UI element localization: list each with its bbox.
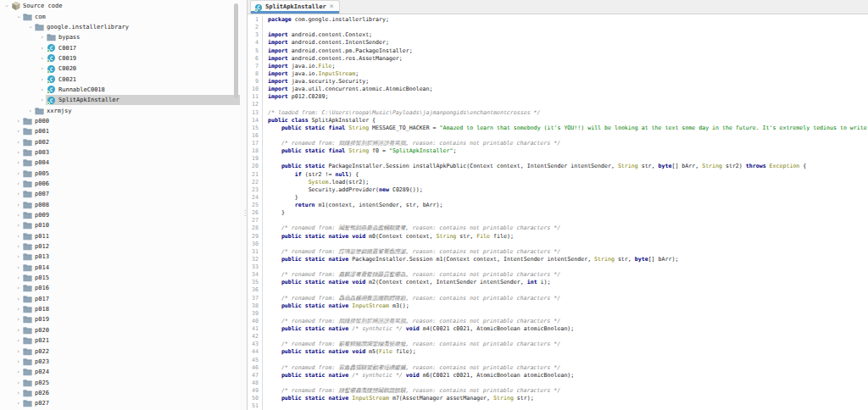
line-number: 38	[248, 302, 263, 310]
chevron-right-icon[interactable]: ›	[38, 64, 46, 74]
chevron-right-icon[interactable]: ›	[14, 388, 22, 398]
chevron-right-icon[interactable]: ›	[14, 137, 22, 147]
chevron-right-icon[interactable]: ›	[38, 85, 46, 95]
tree-item-p012[interactable]: ›p012	[0, 241, 240, 252]
tree-item-bypass[interactable]: ›bypass	[0, 32, 240, 42]
close-icon[interactable]: ×	[330, 3, 334, 12]
chevron-right-icon[interactable]: ›	[14, 357, 22, 367]
chevron-right-icon[interactable]: ›	[14, 346, 22, 357]
tree-item-source-code[interactable]: ›Source code	[0, 1, 240, 11]
tree-item-p001[interactable]: ›p001	[0, 126, 240, 136]
tree-item-label: p014	[35, 264, 49, 271]
tree-item-p004[interactable]: ›p004	[0, 158, 240, 168]
tree-item-p017[interactable]: ›p017	[0, 294, 240, 304]
tree-item-p000[interactable]: ›p000	[0, 116, 240, 126]
chevron-right-icon[interactable]: ›	[14, 200, 22, 210]
tree-item-p020[interactable]: ›p020	[0, 325, 240, 335]
tree-item-p021[interactable]: ›p021	[0, 335, 240, 346]
code-line: 21 if (str2 != null) {	[248, 171, 868, 179]
chevron-right-icon[interactable]: ›	[26, 106, 34, 116]
chevron-right-icon[interactable]: ›	[14, 231, 22, 241]
tree-item-p006[interactable]: ›p006	[0, 179, 240, 189]
tree-item-label: p004	[35, 159, 49, 166]
chevron-down-icon[interactable]: ›	[2, 3, 12, 10]
tree-item-label: p020	[35, 327, 49, 334]
tree-item-p005[interactable]: ›p005	[0, 169, 240, 179]
chevron-right-icon[interactable]: ›	[38, 75, 46, 85]
tree-item-p018[interactable]: ›p018	[0, 304, 240, 314]
line-number: 6	[248, 55, 263, 63]
chevron-right-icon[interactable]: ›	[14, 294, 22, 304]
tree-item-p024[interactable]: ›p024	[0, 367, 240, 377]
line-number: 17	[248, 140, 263, 147]
chevron-right-icon[interactable]: ›	[14, 398, 22, 408]
tree-item-c0020[interactable]: ›CC0020	[0, 64, 240, 74]
tree-item-p022[interactable]: ›p022	[0, 346, 240, 356]
chevron-right-icon[interactable]: ›	[14, 116, 22, 126]
tree-item-c0021[interactable]: ›CC0021	[0, 74, 240, 84]
chevron-right-icon[interactable]: ›	[14, 378, 22, 388]
chevron-right-icon[interactable]: ›	[14, 220, 22, 230]
tree-item-p019[interactable]: ›p019	[0, 314, 240, 324]
tree-scrollbar-thumb[interactable]	[234, 3, 238, 98]
chevron-right-icon[interactable]: ›	[14, 189, 22, 199]
chevron-right-icon[interactable]: ›	[14, 126, 22, 136]
code-text: import android.content.pm.PackageInstall…	[268, 47, 413, 54]
tree-item-p008[interactable]: ›p008	[0, 200, 240, 210]
chevron-right-icon[interactable]: ›	[14, 147, 22, 158]
chevron-right-icon[interactable]: ›	[38, 53, 46, 64]
chevron-down-icon[interactable]: ›	[14, 13, 24, 20]
chevron-right-icon[interactable]: ›	[14, 283, 22, 293]
tree-item-p025[interactable]: ›p025	[0, 377, 240, 387]
tree-item-p026[interactable]: ›p026	[0, 388, 240, 398]
tree-item-p011[interactable]: ›p011	[0, 231, 240, 241]
editor-tab-bar: C SplitApkInstaller ×	[248, 0, 868, 14]
chevron-right-icon[interactable]: ›	[14, 314, 22, 324]
tree-item-p002[interactable]: ›p002	[0, 136, 240, 147]
chevron-right-icon[interactable]: ›	[14, 158, 22, 168]
panel-splitter[interactable]: ⋮	[240, 0, 247, 410]
tree-item-c0017[interactable]: ›CC0017	[0, 42, 240, 53]
tree-item-p003[interactable]: ›p003	[0, 147, 240, 158]
tree-item-p015[interactable]: ›p015	[0, 273, 240, 283]
chevron-right-icon[interactable]: ›	[38, 32, 46, 42]
code-line: 22 System.load(str2);	[248, 179, 868, 186]
tree-item-label: p002	[35, 139, 49, 146]
chevron-right-icon[interactable]: ›	[14, 241, 22, 252]
chevron-down-icon[interactable]: ›	[25, 23, 36, 30]
chevron-right-icon[interactable]: ›	[14, 179, 22, 189]
chevron-right-icon[interactable]: ›	[14, 273, 22, 283]
tree-item-p023[interactable]: ›p023	[0, 357, 240, 367]
chevron-right-icon[interactable]: ›	[14, 367, 22, 377]
code-line: 11import p012.C0289;	[248, 93, 868, 101]
chevron-right-icon[interactable]: ›	[14, 252, 22, 262]
tree-item-com[interactable]: ›com	[0, 11, 240, 21]
tree-item-splitapkinstaller[interactable]: ›CSplitApkInstaller	[0, 95, 240, 105]
code-line: 35 public static native void m2(Context …	[248, 279, 868, 286]
line-number: 7	[248, 63, 263, 70]
chevron-right-icon[interactable]: ›	[14, 335, 22, 346]
tab-splitapkinstaller[interactable]: C SplitApkInstaller ×	[250, 0, 340, 14]
tree-item-p010[interactable]: ›p010	[0, 220, 240, 230]
chevron-right-icon[interactable]: ›	[14, 304, 22, 314]
folder-icon	[23, 117, 32, 125]
chevron-right-icon[interactable]: ›	[14, 169, 22, 179]
chevron-right-icon[interactable]: ›	[14, 325, 22, 335]
tree-item-p016[interactable]: ›p016	[0, 283, 240, 293]
chevron-right-icon[interactable]: ›	[38, 43, 46, 53]
code-editor[interactable]: 1package com.google.installerlibrary;23i…	[248, 14, 868, 410]
chevron-right-icon[interactable]: ›	[38, 95, 46, 105]
line-number: 25	[248, 202, 263, 209]
chevron-right-icon[interactable]: ›	[14, 263, 22, 273]
tree-item-google-installerlibrary[interactable]: ›google.installerlibrary	[0, 22, 240, 32]
chevron-right-icon[interactable]: ›	[14, 210, 22, 220]
tree-item-c0019[interactable]: ›CC0019	[0, 53, 240, 64]
tree-item-p009[interactable]: ›p009	[0, 210, 240, 220]
tree-item-runnablec0018[interactable]: ›CRunnableC0018	[0, 85, 240, 95]
tree-item-p013[interactable]: ›p013	[0, 252, 240, 262]
tree-item-p027[interactable]: ›p027	[0, 398, 240, 408]
tree-item-p007[interactable]: ›p007	[0, 189, 240, 199]
tree-scrollbar[interactable]	[234, 0, 239, 410]
tree-item-p014[interactable]: ›p014	[0, 263, 240, 273]
tree-item-xxrmjsy[interactable]: ›xxrmjsy	[0, 105, 240, 115]
